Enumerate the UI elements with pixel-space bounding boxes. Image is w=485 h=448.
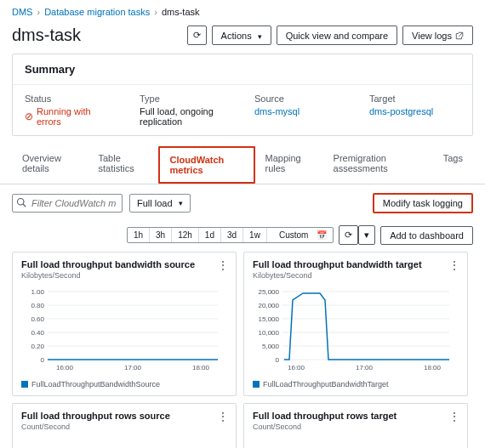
refresh-icon: ⟳ (193, 30, 201, 41)
legend-label: FullLoadThroughputBandwidthTarget (263, 380, 389, 388)
chart-title: Full load throughput bandwidth source (21, 259, 227, 269)
svg-text:16:00: 16:00 (56, 364, 74, 371)
svg-text:5,000: 5,000 (262, 343, 280, 350)
chart-bandwidth-source: ⋮ Full load throughput bandwidth source … (12, 252, 237, 396)
breadcrumb-dms[interactable]: DMS (12, 7, 32, 17)
time-1h[interactable]: 1h (128, 228, 150, 242)
legend-swatch (21, 381, 28, 388)
source-label: Source (254, 94, 345, 104)
source-link[interactable]: dms-mysql (254, 106, 300, 116)
search-icon (16, 197, 26, 209)
tab-cloudwatch-metrics[interactable]: CloudWatch metrics (158, 146, 255, 184)
time-12h[interactable]: 12h (172, 228, 199, 242)
breadcrumb-tasks[interactable]: Database migration tasks (44, 7, 150, 17)
filter-input[interactable] (12, 194, 123, 213)
chart-bandwidth-target: ⋮ Full load throughput bandwidth target … (243, 252, 468, 396)
target-label: Target (369, 94, 460, 104)
svg-text:0.20: 0.20 (31, 343, 44, 350)
svg-text:18:00: 18:00 (424, 364, 442, 371)
chart-plot: 0 5,000 10,000 15,000 20,000 25,000 16:0… (253, 283, 459, 377)
chart-title: Full load throughput rows target (253, 411, 459, 421)
tabs: Overview details Table statistics CloudW… (0, 146, 485, 184)
chevron-right-icon: › (37, 7, 40, 17)
legend-label: FullLoadThroughputBandwidthSource (31, 380, 160, 388)
target-link[interactable]: dms-postgresql (369, 106, 433, 116)
chart-menu-icon[interactable]: ⋮ (217, 259, 229, 271)
chart-unit: Kilobytes/Second (253, 271, 459, 280)
chevron-right-icon: › (154, 7, 157, 17)
svg-text:10,000: 10,000 (259, 329, 280, 337)
mode-dropdown[interactable]: Full load (129, 194, 191, 213)
actions-button[interactable]: Actions (212, 26, 271, 45)
svg-text:0: 0 (276, 356, 280, 364)
breadcrumb: DMS › Database migration tasks › dms-tas… (0, 0, 485, 24)
chart-unit: Kilobytes/Second (21, 271, 227, 280)
svg-line-1 (23, 204, 26, 207)
refresh-charts-button[interactable]: ⟳ (339, 225, 358, 245)
summary-panel: Summary Status Running with errors Type … (12, 54, 473, 136)
svg-text:1.00: 1.00 (31, 288, 44, 296)
svg-text:17:00: 17:00 (124, 364, 142, 371)
tab-premigration[interactable]: Premigration assessments (323, 146, 433, 184)
time-1w[interactable]: 1w (243, 228, 267, 242)
svg-text:0: 0 (41, 356, 45, 364)
chart-rows-source: ⋮ Full load throughput rows source Count… (12, 403, 237, 448)
chart-menu-icon[interactable]: ⋮ (448, 259, 460, 271)
svg-text:20,000: 20,000 (259, 302, 280, 309)
refresh-icon: ⟳ (345, 230, 352, 241)
tab-table-statistics[interactable]: Table statistics (88, 146, 157, 184)
svg-text:16:00: 16:00 (288, 364, 305, 371)
svg-text:0.40: 0.40 (31, 329, 44, 337)
chevron-down-icon: ▾ (364, 230, 369, 241)
time-range-selector[interactable]: 1h 3h 12h 1d 3d 1w Custom 📅 (127, 227, 334, 243)
chart-plot: 0 0.20 0.40 0.60 0.80 1.00 16:00 17:00 1… (21, 283, 227, 377)
time-1d[interactable]: 1d (199, 228, 221, 242)
time-3h[interactable]: 3h (150, 228, 172, 242)
chart-rows-target: ⋮ Full load throughput rows target Count… (243, 403, 468, 448)
chart-menu-icon[interactable]: ⋮ (217, 411, 229, 422)
svg-text:0.80: 0.80 (31, 302, 44, 309)
svg-text:25,000: 25,000 (259, 288, 280, 296)
type-label: Type (140, 94, 231, 104)
tab-overview[interactable]: Overview details (12, 146, 88, 184)
chart-menu-icon[interactable]: ⋮ (448, 411, 460, 422)
page-title: dms-task (12, 26, 81, 45)
external-link-icon (455, 31, 464, 40)
svg-text:0.60: 0.60 (31, 315, 44, 323)
chart-plot: 40,000 30,000 (253, 434, 459, 448)
time-custom[interactable]: Custom 📅 (267, 228, 333, 242)
time-3d[interactable]: 3d (221, 228, 243, 242)
modify-task-logging-button[interactable]: Modify task logging (373, 193, 473, 213)
summary-heading: Summary (13, 54, 472, 84)
add-to-dashboard-button[interactable]: Add to dashboard (380, 226, 473, 245)
svg-text:17:00: 17:00 (356, 364, 374, 371)
legend-swatch (253, 381, 260, 388)
status-value: Running with errors (25, 106, 116, 127)
status-label: Status (25, 94, 116, 104)
type-value: Full load, ongoing replication (140, 106, 231, 127)
chart-title: Full load throughput rows source (21, 411, 227, 421)
tab-tags[interactable]: Tags (433, 146, 473, 184)
svg-text:15,000: 15,000 (259, 315, 280, 323)
header-actions: ⟳ Actions Quick view and compare View lo… (187, 26, 473, 45)
view-logs-button[interactable]: View logs (402, 26, 473, 45)
chart-unit: Count/Second (21, 422, 227, 431)
breadcrumb-current: dms-task (162, 7, 200, 17)
svg-text:18:00: 18:00 (192, 364, 210, 371)
refresh-button[interactable]: ⟳ (187, 26, 207, 45)
chart-title: Full load throughput bandwidth target (253, 259, 459, 269)
tab-mapping-rules[interactable]: Mapping rules (255, 146, 323, 184)
search-input-wrap (12, 194, 123, 213)
chart-unit: Count/Second (253, 422, 459, 431)
quick-view-button[interactable]: Quick view and compare (277, 26, 397, 45)
refresh-options-button[interactable]: ▾ (358, 225, 375, 245)
svg-point-0 (18, 199, 25, 206)
